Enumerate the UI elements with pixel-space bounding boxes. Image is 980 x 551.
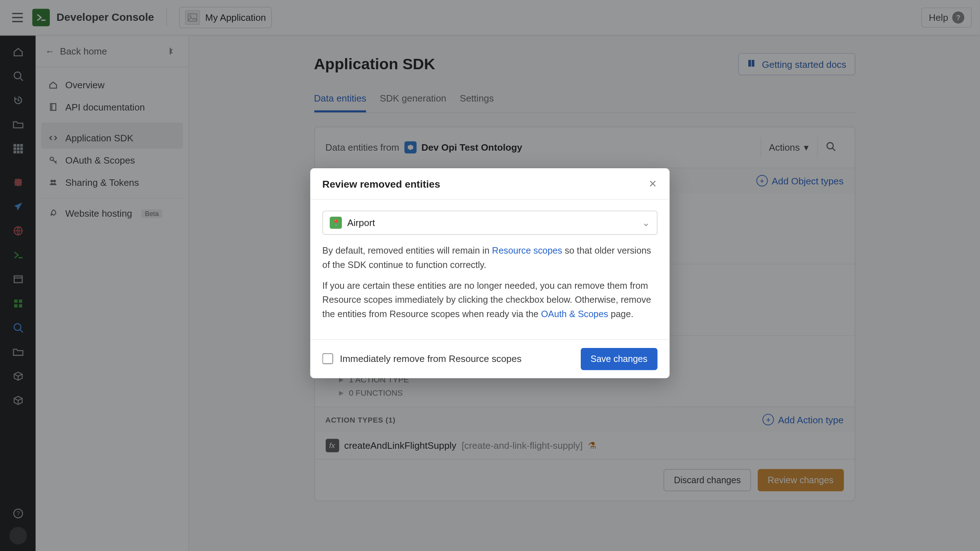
dialog-title: Review removed entities bbox=[323, 178, 440, 190]
selected-entity: Airport bbox=[347, 217, 375, 228]
review-removed-dialog: Review removed entities ✕ 📍 Airport ⌄ By… bbox=[310, 168, 670, 378]
pin-icon: 📍 bbox=[330, 217, 342, 229]
checkbox-input[interactable] bbox=[323, 354, 333, 364]
dialog-para-2: If you are certain these entities are no… bbox=[323, 279, 657, 322]
chevron-down-icon: ⌄ bbox=[642, 217, 650, 228]
remove-checkbox[interactable]: Immediately remove from Resource scopes bbox=[323, 354, 522, 364]
checkbox-label: Immediately remove from Resource scopes bbox=[340, 354, 522, 364]
entity-select[interactable]: 📍 Airport ⌄ bbox=[323, 210, 657, 235]
resource-scopes-link[interactable]: Resource scopes bbox=[492, 246, 562, 256]
save-changes-button[interactable]: Save changes bbox=[581, 347, 657, 370]
modal-overlay: Review removed entities ✕ 📍 Airport ⌄ By… bbox=[0, 0, 980, 551]
oauth-scopes-link[interactable]: OAuth & Scopes bbox=[541, 309, 608, 318]
close-icon[interactable]: ✕ bbox=[649, 178, 657, 190]
dialog-para-1: By default, removed entities will remain… bbox=[323, 244, 657, 272]
